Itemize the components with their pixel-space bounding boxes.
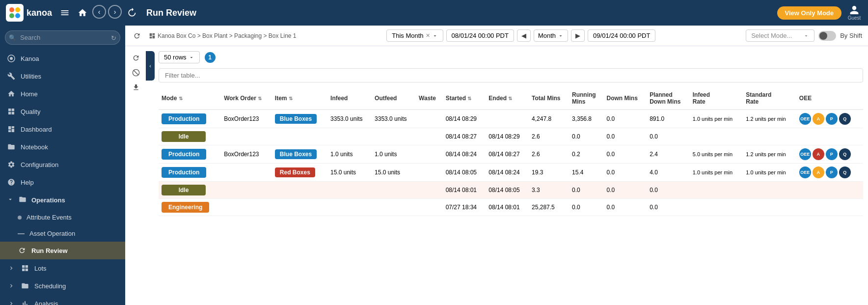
table-row[interactable]: Idle 08/14 08:01 08/14 08:05 3.3 0.0 0.0… bbox=[159, 182, 863, 199]
sidebar-item-scheduling[interactable]: Scheduling bbox=[0, 277, 125, 295]
item-badge: Red Boxes bbox=[275, 167, 315, 177]
mode-badge: Idle bbox=[162, 185, 206, 195]
ended-cell: 08/14 08:27 bbox=[486, 145, 529, 164]
scheduling-expand-icon bbox=[7, 281, 16, 290]
sidebar-item-run-review[interactable]: Run Review bbox=[0, 242, 125, 259]
mode-cell: Engineering bbox=[159, 199, 221, 216]
table-row[interactable]: Engineering 07/27 18:34 08/14 08:01 25,2… bbox=[159, 199, 863, 216]
col-started[interactable]: Started ⇅ bbox=[443, 87, 486, 110]
search-refresh-icon[interactable]: ↻ bbox=[111, 34, 116, 41]
sidebar-item-dashboard[interactable]: Dashboard bbox=[0, 120, 125, 138]
table-row[interactable]: Production BoxOrder123 Blue Boxes 1.0 un… bbox=[159, 145, 863, 164]
work-order-cell bbox=[221, 164, 272, 182]
sidebar-item-attribute-events[interactable]: Attribute Events bbox=[0, 209, 125, 225]
oee-cell bbox=[796, 199, 863, 216]
view-only-button[interactable]: View Only Mode bbox=[777, 6, 841, 20]
planned-down-cell: 0.0 bbox=[647, 182, 690, 199]
time-filter-close-icon[interactable]: ✕ bbox=[426, 32, 430, 39]
total-mins-cell: 3.3 bbox=[529, 182, 569, 199]
history-button[interactable] bbox=[124, 5, 139, 21]
item-sort-icon: ⇅ bbox=[289, 96, 293, 101]
down-mins-cell: 0.0 bbox=[604, 128, 647, 145]
breadcrumb-icon bbox=[149, 32, 156, 39]
sidebar-item-operations[interactable]: Operations bbox=[0, 191, 125, 209]
item-badge: Blue Boxes bbox=[275, 149, 317, 159]
svg-point-0 bbox=[9, 7, 14, 12]
oee-circles: OEE A P Q bbox=[799, 148, 860, 160]
help-icon bbox=[7, 178, 16, 187]
total-mins-cell: 2.6 bbox=[529, 145, 569, 164]
total-mins-cell: 4,247.8 bbox=[529, 110, 569, 128]
filter-input[interactable] bbox=[159, 68, 863, 83]
rows-select[interactable]: 50 rows bbox=[159, 51, 200, 63]
search-box: 🔍 ↻ bbox=[5, 30, 120, 45]
table-row[interactable]: Idle 08/14 08:27 08/14 08:29 2.6 0.0 0.0… bbox=[159, 128, 863, 145]
breadcrumb-text: Kanoa Box Co > Box Plant > Packaging > B… bbox=[158, 32, 297, 39]
sidebar-item-help[interactable]: Help bbox=[0, 173, 125, 191]
menu-button[interactable] bbox=[57, 5, 73, 21]
table-row[interactable]: Production BoxOrder123 Blue Boxes 3353.0… bbox=[159, 110, 863, 128]
search-input[interactable] bbox=[5, 30, 120, 45]
col-mode[interactable]: Mode ⇅ bbox=[159, 87, 221, 110]
started-sort-icon: ⇅ bbox=[467, 96, 471, 101]
select-mode-label: Select Mode... bbox=[751, 32, 792, 39]
time-filter-chip[interactable]: This Month ✕ bbox=[386, 29, 443, 42]
item-badge: Blue Boxes bbox=[275, 114, 317, 124]
infeed-cell: 1.0 units bbox=[327, 145, 372, 164]
period-prev-button[interactable]: ◀ bbox=[517, 29, 531, 42]
period-next-button[interactable]: ▶ bbox=[571, 29, 585, 42]
col-ended[interactable]: Ended ⇅ bbox=[486, 87, 529, 110]
started-cell: 08/14 08:05 bbox=[443, 164, 486, 182]
col-infeed: Infeed bbox=[327, 87, 372, 110]
by-shift-toggle[interactable] bbox=[818, 31, 836, 41]
table-row[interactable]: Production Red Boxes 15.0 units 15.0 uni… bbox=[159, 164, 863, 182]
item-cell bbox=[272, 199, 327, 216]
col-outfeed: Outfeed bbox=[372, 87, 416, 110]
back-button[interactable]: ‹ bbox=[92, 5, 106, 19]
user-avatar[interactable]: Guest bbox=[846, 5, 862, 21]
col-waste: Waste bbox=[416, 87, 443, 110]
sidebar-item-analysis[interactable]: Analysis bbox=[0, 295, 125, 305]
down-mins-cell: 0.0 bbox=[604, 182, 647, 199]
home-button[interactable] bbox=[75, 5, 90, 21]
work-order-cell: BoxOrder123 bbox=[221, 145, 272, 164]
work-order-cell: BoxOrder123 bbox=[221, 110, 272, 128]
select-mode-chevron-icon bbox=[803, 33, 809, 39]
col-item[interactable]: Item ⇅ bbox=[272, 87, 327, 110]
sidebar-item-configuration[interactable]: Configuration bbox=[0, 156, 125, 173]
svg-point-3 bbox=[15, 13, 20, 18]
sidebar-item-quality[interactable]: Quality bbox=[0, 103, 125, 120]
ended-cell bbox=[486, 110, 529, 128]
ended-cell: 08/14 08:01 bbox=[486, 199, 529, 216]
refresh-icon-btn[interactable] bbox=[131, 30, 143, 42]
forward-button[interactable]: › bbox=[108, 5, 122, 19]
table-download-button[interactable] bbox=[130, 82, 142, 93]
sidebar-item-asset-operation[interactable]: Asset Operation bbox=[0, 225, 125, 242]
operations-folder-icon bbox=[19, 195, 27, 205]
svg-line-7 bbox=[134, 70, 138, 75]
mode-badge: Engineering bbox=[162, 202, 209, 213]
a-circle: A bbox=[813, 113, 824, 125]
logo-text: kanoa bbox=[27, 8, 52, 18]
std-rate-cell bbox=[743, 128, 796, 145]
sidebar-item-lots[interactable]: Lots bbox=[0, 259, 125, 277]
page-title: Run Review bbox=[146, 8, 196, 18]
period-select[interactable]: Month bbox=[534, 29, 568, 42]
std-rate-cell: 1.0 units per min bbox=[743, 164, 796, 182]
planned-down-cell: 2.4 bbox=[647, 145, 690, 164]
sidebar-collapse-button[interactable]: ‹ bbox=[146, 51, 155, 81]
logo[interactable]: kanoa bbox=[6, 4, 52, 22]
sidebar-item-home[interactable]: Home bbox=[0, 85, 125, 103]
col-work-order[interactable]: Work Order ⇅ bbox=[221, 87, 272, 110]
table-refresh-button[interactable] bbox=[130, 52, 142, 64]
oee-circle: OEE bbox=[799, 166, 811, 178]
p-circle: P bbox=[826, 113, 838, 125]
select-mode-dropdown[interactable]: Select Mode... bbox=[746, 29, 814, 42]
ended-sort-icon: ⇅ bbox=[508, 96, 512, 101]
sidebar-item-operations-label: Operations bbox=[31, 196, 65, 204]
table-block-button[interactable] bbox=[130, 67, 142, 79]
infeed-cell: 15.0 units bbox=[327, 164, 372, 182]
sidebar-item-kanoa[interactable]: Kanoa bbox=[0, 50, 125, 67]
sidebar-item-notebook[interactable]: Notebook bbox=[0, 138, 125, 156]
sidebar-item-utilities[interactable]: Utilities bbox=[0, 67, 125, 85]
